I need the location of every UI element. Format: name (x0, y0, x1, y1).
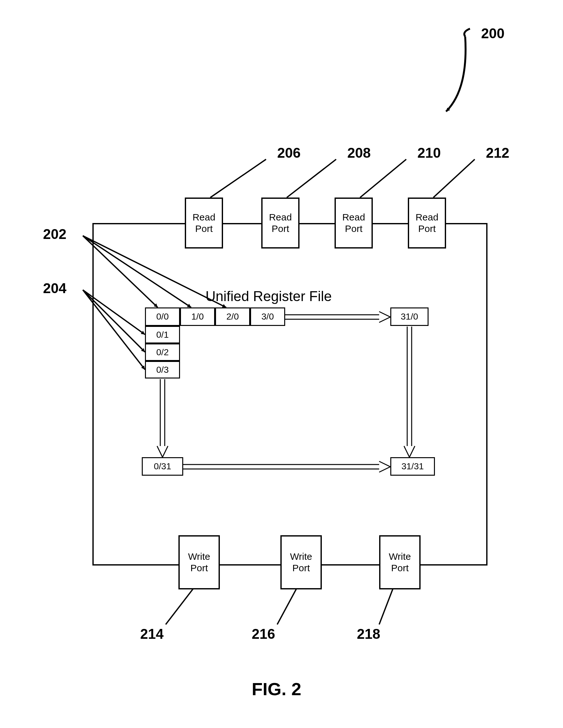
cell-0-0: 0/0 (145, 307, 180, 326)
read-port-text-2: Port (345, 223, 362, 234)
svg-line-3 (433, 159, 475, 198)
read-port-text-1: Read (342, 212, 365, 223)
write-port-text-1: Write (389, 551, 411, 562)
svg-line-1 (287, 159, 336, 198)
cell-0-1: 0/1 (145, 326, 180, 343)
read-port-text-1: Read (192, 212, 215, 223)
figure-caption: FIG. 2 (252, 679, 301, 699)
read-port-text-2: Port (418, 223, 436, 234)
svg-line-0 (210, 159, 266, 198)
ref-200-label: 200 (481, 25, 504, 41)
ref-210-label: 210 (417, 145, 441, 161)
ref-204-label: 204 (43, 280, 66, 296)
write-port-text-2: Port (391, 562, 408, 574)
read-port-text-1: Read (269, 212, 292, 223)
cell-31-0: 31/0 (390, 307, 429, 326)
read-port-1: Read Port (185, 198, 223, 249)
cell-0-3: 0/3 (145, 361, 180, 378)
ref-202-label: 202 (43, 226, 66, 242)
ref-212-label: 212 (486, 145, 509, 161)
write-port-1: Write Port (178, 535, 220, 589)
read-port-text-1: Read (415, 212, 438, 223)
cell-2-0: 2/0 (215, 307, 250, 326)
write-port-text-1: Write (188, 551, 210, 562)
cell-0-31: 0/31 (142, 457, 183, 476)
cell-31-31: 31/31 (390, 457, 435, 476)
write-port-text-2: Port (292, 562, 310, 574)
read-port-4: Read Port (408, 198, 446, 249)
ref-206-label: 206 (277, 145, 300, 161)
read-port-3: Read Port (335, 198, 373, 249)
ref-216-label: 216 (252, 626, 275, 642)
read-port-text-2: Port (271, 223, 289, 234)
ref-214-label: 214 (140, 626, 163, 642)
unified-register-file-title: Unified Register File (206, 288, 332, 304)
svg-line-2 (360, 159, 406, 198)
ref-218-label: 218 (357, 626, 380, 642)
write-port-text-1: Write (290, 551, 312, 562)
register-file-box (92, 223, 487, 566)
write-port-2: Write Port (280, 535, 322, 589)
cell-0-2: 0/2 (145, 343, 180, 361)
cell-3-0: 3/0 (250, 307, 285, 326)
read-port-2: Read Port (261, 198, 300, 249)
write-port-3: Write Port (379, 535, 421, 589)
read-port-text-2: Port (195, 223, 213, 234)
cell-1-0: 1/0 (180, 307, 215, 326)
ref-208-label: 208 (347, 145, 371, 161)
write-port-text-2: Port (190, 562, 208, 574)
